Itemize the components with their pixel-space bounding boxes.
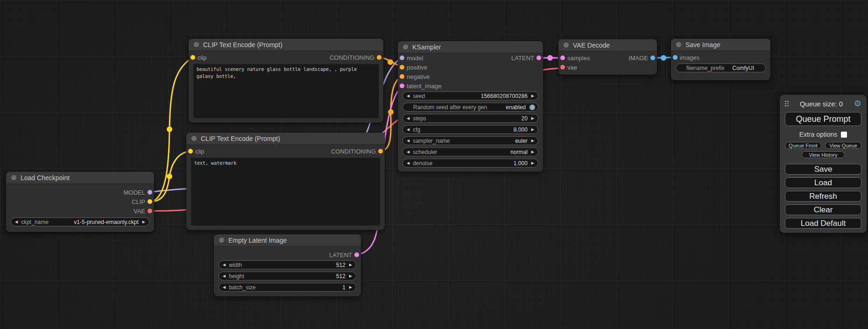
input-label-positive: positive [407,64,427,71]
decrement-arrow-icon[interactable]: ◀ [223,274,226,278]
refresh-button[interactable]: Refresh [785,191,861,202]
node-title-bar[interactable]: Save Image [671,39,770,51]
collapse-dot-icon[interactable] [11,175,16,180]
view-queue-button[interactable]: View Queue [825,142,861,149]
model-input-port[interactable] [400,56,404,60]
increment-arrow-icon[interactable]: ▶ [349,286,352,289]
queue-prompt-button[interactable]: Queue Prompt [785,112,861,126]
node-empty-latent-image[interactable]: Empty Latent Image LATENT ◀ width 512 ▶ … [214,234,361,296]
increment-arrow-icon[interactable]: ▶ [142,220,145,224]
collapse-dot-icon[interactable] [194,42,199,47]
scheduler-widget[interactable]: ◀ scheduler normal ▶ [402,147,538,156]
height-widget[interactable]: ◀ height 512 ▶ [219,272,356,280]
view-history-button[interactable]: View History [802,151,845,158]
conditioning-output-port[interactable] [377,55,381,60]
queue-panel: Queue size: 0 ⚙ Queue Prompt Extra optio… [780,95,867,233]
decrement-arrow-icon[interactable]: ◀ [407,94,409,98]
latent-image-input-port[interactable] [400,84,404,88]
collapse-dot-icon[interactable] [676,42,681,47]
decrement-arrow-icon[interactable]: ◀ [223,263,226,267]
clip-input-port[interactable] [188,149,193,154]
increment-arrow-icon[interactable]: ▶ [531,150,534,154]
node-title-bar[interactable]: CLIP Text Encode (Prompt) [189,39,383,51]
samples-input-port[interactable] [560,56,565,60]
collapse-dot-icon[interactable] [219,238,224,243]
node-ksampler[interactable]: KSampler LATENT model positive negative … [398,41,543,172]
output-label-conditioning: CONDITIONING [331,148,376,155]
extra-options-checkbox[interactable] [841,132,847,138]
conditioning-output-port[interactable] [378,149,383,154]
positive-prompt-textarea[interactable]: beautiful scenery nature glass bottle la… [193,64,379,118]
latent-output-port[interactable] [354,252,359,257]
denoise-widget[interactable]: ◀ denoise 1.000 ▶ [402,159,538,168]
random-seed-toggle-widget[interactable]: Random seed after every gen enabled [402,103,538,112]
ckpt-name-widget[interactable]: ◀ ckpt_name v1-5-pruned-emaonly.ckpt ▶ [11,217,149,226]
node-clip-text-encode-negative[interactable]: CLIP Text Encode (Prompt) clip CONDITION… [186,133,385,230]
node-title-bar[interactable]: VAE Decode [558,39,657,51]
wire-midpoint-dot [547,55,553,61]
decrement-arrow-icon[interactable]: ◀ [407,128,409,132]
node-title-bar[interactable]: CLIP Text Encode (Prompt) [186,133,385,145]
collapse-dot-icon[interactable] [191,136,197,141]
node-title-bar[interactable]: Empty Latent Image [214,234,361,246]
negative-input-port[interactable] [400,74,404,79]
node-title-bar[interactable]: Load Checkpoint [6,172,154,184]
increment-arrow-icon[interactable]: ▶ [349,274,352,278]
clear-button[interactable]: Clear [785,204,861,215]
node-save-image[interactable]: Save Image images filename_prefix ComfyU… [671,39,770,80]
input-label-clip: clip [195,148,205,155]
node-title-bar[interactable]: KSampler [398,41,543,53]
input-label-negative: negative [407,73,430,80]
clip-output-port[interactable] [148,199,152,204]
decrement-arrow-icon[interactable]: ◀ [407,161,409,165]
steps-widget[interactable]: ◀ steps 20 ▶ [402,114,538,123]
increment-arrow-icon[interactable]: ▶ [531,128,534,132]
node-clip-text-encode-positive[interactable]: CLIP Text Encode (Prompt) clip CONDITION… [189,39,383,123]
clip-input-port[interactable] [191,55,195,60]
output-label-model: MODEL [124,189,145,196]
vae-input-port[interactable] [560,65,565,70]
increment-arrow-icon[interactable]: ▶ [531,161,534,165]
decrement-arrow-icon[interactable]: ◀ [407,139,409,143]
increment-arrow-icon[interactable]: ▶ [531,94,534,98]
collapse-dot-icon[interactable] [403,44,408,49]
gear-icon[interactable]: ⚙ [854,99,861,108]
node-title: KSampler [412,43,441,51]
increment-arrow-icon[interactable]: ▶ [531,117,534,120]
drag-handle-icon[interactable] [785,101,789,106]
node-load-checkpoint[interactable]: Load Checkpoint MODEL CLIP VAE ◀ ckpt_na… [6,172,154,232]
toggle-icon[interactable] [529,105,535,110]
sampler-name-widget[interactable]: ◀ sampler_name euler ▶ [402,136,538,145]
vae-output-port[interactable] [148,209,152,213]
wire-midpoint-dot [388,109,394,115]
node-vae-decode[interactable]: VAE Decode samples IMAGE vae [558,39,657,75]
output-label-vae: VAE [134,208,145,215]
model-output-port[interactable] [148,190,152,195]
load-button[interactable]: Load [785,177,861,188]
cfg-widget[interactable]: ◀ cfg 8.000 ▶ [402,125,538,134]
increment-arrow-icon[interactable]: ▶ [349,263,352,267]
decrement-arrow-icon[interactable]: ◀ [15,220,18,224]
wire-midpoint-dot [661,55,666,61]
load-default-button[interactable]: Load Default [785,218,861,229]
queue-front-button[interactable]: Queue Front [785,142,821,149]
negative-prompt-textarea[interactable]: text, watermark [191,158,380,225]
positive-input-port[interactable] [400,65,404,70]
output-label-conditioning: CONDITIONING [330,54,374,61]
decrement-arrow-icon[interactable]: ◀ [407,150,409,154]
seed-widget[interactable]: ◀ seed 156680208700286 ▶ [402,91,538,100]
input-label-clip: clip [198,54,207,61]
decrement-arrow-icon[interactable]: ◀ [407,117,409,120]
images-input-port[interactable] [673,55,677,60]
node-graph-canvas[interactable]: Load Checkpoint MODEL CLIP VAE ◀ ckpt_na… [0,0,868,329]
collapse-dot-icon[interactable] [564,42,569,48]
output-label-latent: LATENT [329,252,352,259]
batch-size-widget[interactable]: ◀ batch_size 1 ▶ [219,283,356,292]
filename-prefix-widget[interactable]: filename_prefix ComfyUI [676,63,766,72]
image-output-port[interactable] [650,56,655,60]
decrement-arrow-icon[interactable]: ◀ [223,286,226,289]
width-widget[interactable]: ◀ width 512 ▶ [219,260,356,269]
node-title: CLIP Text Encode (Prompt) [201,135,280,142]
increment-arrow-icon[interactable]: ▶ [531,139,534,143]
save-button[interactable]: Save [785,164,861,175]
